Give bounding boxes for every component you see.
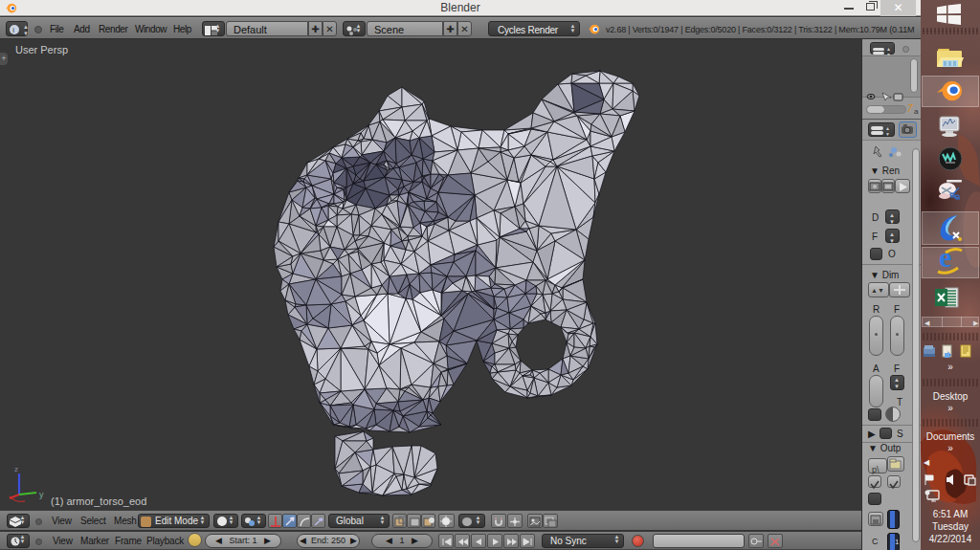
svg-text:▲: ▲ [894,377,900,383]
svg-text:▲: ▲ [889,231,895,237]
svg-text:▼: ▼ [889,238,895,243]
svg-text:▲▼: ▲▼ [871,287,884,294]
svg-text:y: y [39,490,44,499]
svg-text:i: i [12,26,14,34]
svg-text:z: z [14,465,18,473]
svg-text:▼: ▼ [23,31,29,36]
svg-text:▲: ▲ [23,24,29,30]
svg-text:▲: ▲ [889,212,895,218]
svg-text:▼: ▼ [889,219,895,224]
svg-text:▼: ▼ [885,131,890,137]
svg-text:▼: ▼ [894,384,900,389]
